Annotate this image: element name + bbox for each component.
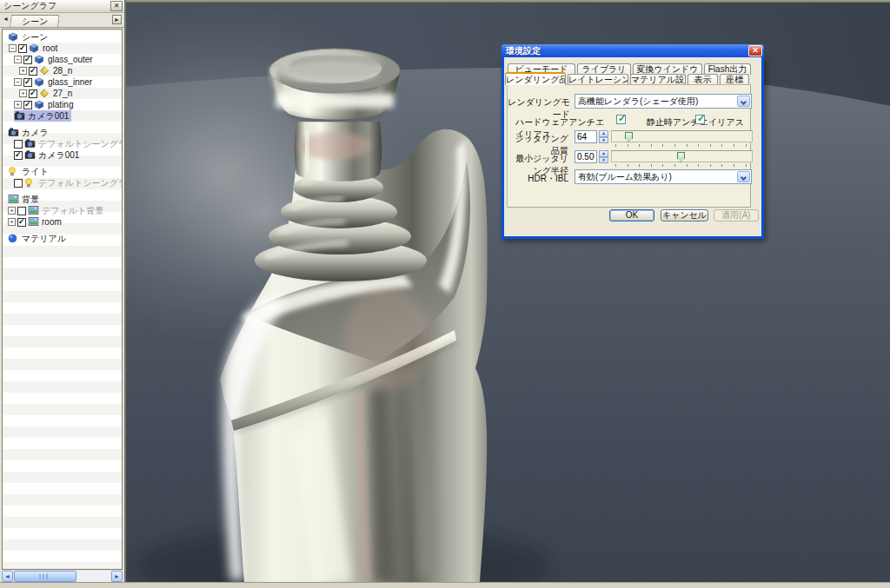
horizontal-scrollbar[interactable]: ◄ ► <box>2 571 123 582</box>
tree-item[interactable]: −glass_inner <box>3 76 122 88</box>
tree-item[interactable]: 背景 <box>3 194 122 205</box>
camera-icon <box>24 150 36 160</box>
tree-item[interactable]: +デフォルト背景 <box>3 205 122 216</box>
dialog-client: ビューモードライブラリ変換ウインドウFlash出力 レンダリング品質レイトレーシ… <box>504 57 761 236</box>
tree-item[interactable]: マテリアル <box>3 233 122 244</box>
tree-checkbox[interactable] <box>23 101 32 109</box>
tree-checkbox[interactable] <box>29 67 37 76</box>
tree-checkbox[interactable] <box>14 179 23 188</box>
jitter-quality-slider[interactable] <box>611 130 753 142</box>
dialog-tab[interactable]: レンダリング品質 <box>505 72 566 85</box>
tree-checkbox[interactable] <box>14 140 23 149</box>
scrollbar-track[interactable] <box>14 571 110 582</box>
tree-item[interactable]: +28_n <box>3 65 122 76</box>
tree-item-target[interactable]: デフォルトシーングラフラ... <box>24 177 122 188</box>
tree-checkbox[interactable] <box>23 78 32 87</box>
scrollbar-right-arrow-icon[interactable]: ► <box>111 571 123 582</box>
camera-icon <box>14 111 25 121</box>
tree-expander-icon[interactable]: − <box>9 44 17 52</box>
tree-item-target[interactable]: カメラ <box>8 127 51 138</box>
tree-item[interactable]: デフォルトシーングラフ... <box>3 138 122 149</box>
tree-expander-icon[interactable]: + <box>8 207 16 215</box>
panel-titlebar[interactable]: シーングラフ ✕ <box>0 0 124 13</box>
dialog-titlebar[interactable]: 環境設定 ✕ <box>501 44 764 57</box>
tree-expander-icon[interactable]: + <box>14 101 22 109</box>
chevron-right-icon[interactable]: ► <box>112 15 122 24</box>
tree-checkbox[interactable] <box>18 44 27 53</box>
tree-item[interactable]: +27_n <box>3 88 122 99</box>
apply-button[interactable]: 適用(A) <box>714 209 759 221</box>
tree-item-label: 背景 <box>22 194 39 205</box>
tree-item-target[interactable]: カメラ001 <box>24 149 82 161</box>
chevron-up-icon[interactable]: ▲ <box>599 130 608 137</box>
tree-item-target[interactable]: 背景 <box>8 194 42 205</box>
tree-item-target[interactable]: デフォルトシーングラフ... <box>24 138 122 149</box>
jitter-quality-input[interactable] <box>575 130 597 143</box>
tab-page-rendering-quality: レンダリングモード 高機能レンダラ(シェーダ使用) ハードウェアアンチエイリアス… <box>507 84 751 208</box>
slider-thumb[interactable] <box>625 132 633 142</box>
tree-expander-icon[interactable]: − <box>14 56 22 63</box>
scrollbar-thumb[interactable] <box>14 571 76 582</box>
min-jitter-stepper[interactable]: ▲ ▼ <box>599 150 608 163</box>
static-aa-checkbox[interactable] <box>695 115 705 124</box>
hardware-aa-checkbox[interactable] <box>616 115 626 124</box>
tree-checkbox[interactable] <box>17 207 26 215</box>
cube-icon <box>34 55 45 64</box>
tree-item-target[interactable]: glass_inner <box>34 76 95 88</box>
tree-item[interactable]: +plating <box>3 99 122 110</box>
camera-icon <box>24 139 36 149</box>
tree-checkbox[interactable] <box>14 151 23 160</box>
chevron-down-icon[interactable]: ▼ <box>599 157 608 164</box>
sphere-icon <box>8 234 19 243</box>
tree-item[interactable]: デフォルトシーングラフラ... <box>3 177 122 188</box>
tree-item[interactable]: −glass_outer <box>3 54 122 65</box>
tree-item-target[interactable]: root <box>29 43 60 54</box>
scene-tree: シーン−root−glass_outer+28_n−glass_inner+27… <box>2 29 123 570</box>
tree-item-target[interactable]: デフォルト背景 <box>28 205 106 216</box>
tree-item-target[interactable]: カメラ001 <box>14 110 71 122</box>
tree-item[interactable]: カメラ <box>3 127 122 138</box>
tree-item[interactable]: シーン <box>3 31 122 43</box>
tree-item[interactable]: カメラ001 <box>3 149 122 161</box>
chevron-down-icon[interactable]: ▼ <box>599 137 608 144</box>
cube-icon <box>34 77 45 87</box>
close-icon[interactable]: ✕ <box>110 1 123 11</box>
tree-item[interactable]: +room <box>3 216 122 228</box>
tree-item-target[interactable]: 28_n <box>39 65 75 76</box>
tree-item-target[interactable]: glass_outer <box>34 54 96 65</box>
tree-item-target[interactable]: room <box>28 216 64 228</box>
tree-item[interactable]: −root <box>3 43 122 54</box>
tree-item[interactable]: カメラ001 <box>3 110 122 122</box>
rendering-mode-select[interactable]: 高機能レンダラ(シェーダ使用) <box>575 94 752 109</box>
min-jitter-input[interactable] <box>575 150 597 163</box>
tree-item-target[interactable]: plating <box>34 99 76 110</box>
image-icon <box>28 206 39 215</box>
tab-scene[interactable]: シーン <box>10 15 60 27</box>
chevron-down-icon[interactable] <box>737 96 750 107</box>
viewport-top-strip <box>126 0 890 3</box>
tree-checkbox[interactable] <box>29 89 37 98</box>
chevron-down-icon[interactable] <box>737 171 750 182</box>
tree-expander-icon[interactable]: − <box>14 78 22 86</box>
tree-expander-icon[interactable]: + <box>19 89 27 97</box>
jitter-quality-stepper[interactable]: ▲ ▼ <box>599 130 608 143</box>
chevron-left-icon[interactable]: ◄ <box>1 15 10 24</box>
scrollbar-left-arrow-icon[interactable]: ◄ <box>2 571 13 582</box>
tree-item-target[interactable]: ライト <box>8 166 51 177</box>
min-jitter-slider[interactable] <box>611 150 753 162</box>
hdr-ibl-select[interactable]: 有効(ブルーム効果あり) <box>575 169 752 184</box>
chevron-up-icon[interactable]: ▲ <box>599 150 608 157</box>
tree-checkbox[interactable] <box>23 56 32 64</box>
slider-thumb[interactable] <box>677 152 685 162</box>
close-icon[interactable]: ✕ <box>748 45 762 56</box>
ok-button[interactable]: OK <box>609 209 654 221</box>
tree-item-target[interactable]: シーン <box>8 31 50 43</box>
tree-item-target[interactable]: マテリアル <box>8 233 69 244</box>
tree-item[interactable]: ライト <box>3 166 122 177</box>
image-icon <box>8 195 19 204</box>
tree-expander-icon[interactable]: + <box>19 67 27 75</box>
tree-checkbox[interactable] <box>17 218 26 227</box>
cancel-button[interactable]: キャンセル <box>661 209 708 221</box>
tree-item-target[interactable]: 27_n <box>39 88 75 99</box>
tree-expander-icon[interactable]: + <box>8 218 16 226</box>
